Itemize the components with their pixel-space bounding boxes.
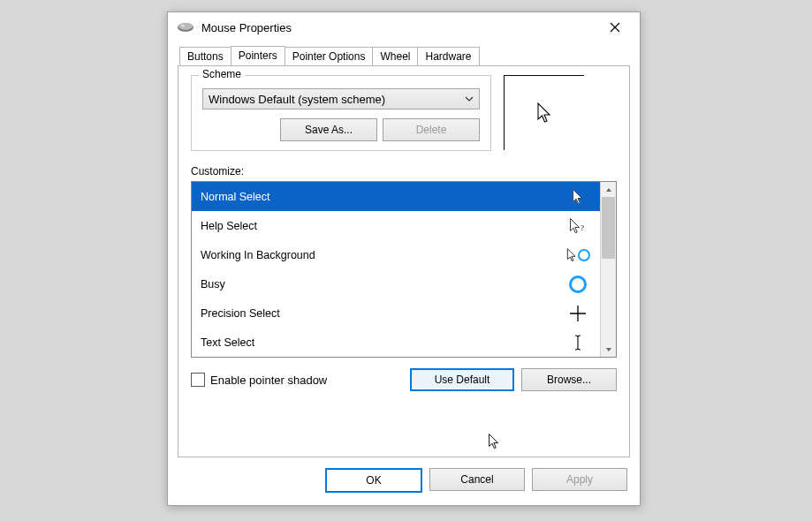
list-item[interactable]: Busy — [192, 269, 600, 298]
customize-label: Customize: — [191, 165, 617, 177]
arrow-cursor-icon — [565, 188, 591, 206]
delete-button: Delete — [383, 118, 480, 141]
pointer-preview — [504, 75, 584, 150]
mouse-icon — [177, 21, 194, 34]
busy-ring-icon — [578, 249, 590, 261]
scheme-dropdown[interactable]: Windows Default (system scheme) — [202, 88, 480, 109]
scheme-group-label: Scheme — [199, 68, 245, 80]
titlebar: Mouse Properties — [168, 12, 640, 42]
scheme-selected-value: Windows Default (system scheme) — [209, 93, 385, 106]
scroll-thumb[interactable] — [602, 197, 615, 259]
precision-cursor-icon — [565, 305, 591, 322]
ok-button[interactable]: OK — [325, 468, 422, 493]
arrow-cursor-icon — [536, 102, 552, 125]
tab-wheel[interactable]: Wheel — [372, 47, 418, 66]
browse-button[interactable]: Browse... — [521, 368, 617, 391]
scroll-down-icon[interactable] — [601, 342, 616, 357]
tabstrip: Buttons Pointers Pointer Options Wheel H… — [175, 46, 633, 65]
list-item[interactable]: Precision Select — [192, 298, 600, 328]
list-item-label: Text Select — [201, 336, 254, 349]
scrollbar[interactable] — [600, 182, 616, 357]
text-cursor-icon — [565, 334, 591, 351]
list-item[interactable]: Normal Select — [192, 182, 600, 211]
list-item-label: Working In Background — [201, 249, 315, 261]
list-item-label: Normal Select — [201, 191, 270, 203]
tab-pointer-options[interactable]: Pointer Options — [285, 47, 374, 66]
client-area: Buttons Pointers Pointer Options Wheel H… — [175, 46, 633, 498]
cursor-list: Normal Select Help Select ? — [191, 181, 617, 358]
svg-point-1 — [178, 23, 193, 30]
tab-buttons[interactable]: Buttons — [179, 47, 231, 66]
tab-hardware[interactable]: Hardware — [417, 47, 479, 66]
list-item[interactable]: Text Select — [192, 328, 600, 357]
scroll-up-icon[interactable] — [601, 182, 616, 197]
chevron-down-icon — [465, 94, 474, 103]
dialog-button-row: OK Cancel Apply — [325, 468, 627, 493]
window-title: Mouse Properties — [201, 21, 292, 34]
list-item-label: Precision Select — [201, 307, 280, 320]
enable-pointer-shadow-checkbox[interactable] — [191, 373, 205, 387]
svg-point-2 — [181, 25, 185, 26]
tab-pointers[interactable]: Pointers — [231, 46, 285, 65]
svg-text:?: ? — [581, 223, 584, 231]
scheme-group: Scheme Windows Default (system scheme) S… — [191, 75, 491, 151]
list-item-label: Busy — [201, 278, 225, 291]
list-item-label: Help Select — [201, 220, 257, 232]
use-default-button[interactable]: Use Default — [410, 368, 514, 391]
mouse-properties-dialog: Mouse Properties Buttons Pointers Pointe… — [167, 11, 641, 506]
cancel-button[interactable]: Cancel — [429, 468, 525, 491]
busy-cursor-icon — [565, 276, 591, 293]
save-as-button[interactable]: Save As... — [280, 118, 377, 141]
list-item[interactable]: Working In Background — [192, 240, 600, 269]
help-cursor-icon: ? — [565, 217, 591, 235]
list-item[interactable]: Help Select ? — [192, 211, 600, 240]
tab-page-pointers: Scheme Windows Default (system scheme) S… — [178, 65, 630, 457]
enable-pointer-shadow-label: Enable pointer shadow — [210, 374, 327, 387]
apply-button: Apply — [532, 468, 627, 491]
working-cursor-icon — [565, 247, 591, 263]
close-button[interactable] — [597, 15, 633, 40]
